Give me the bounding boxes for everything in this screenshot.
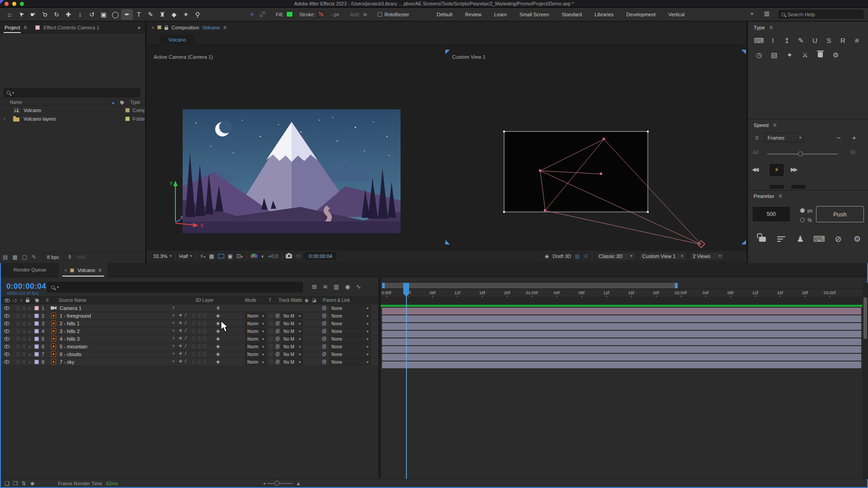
effects-icon[interactable]: ✳ — [179, 336, 182, 341]
search-help-field[interactable]: Search Help — [778, 10, 863, 19]
fill-swatch[interactable] — [286, 11, 293, 17]
tab-project[interactable]: Project — [5, 25, 20, 30]
speed-next-button[interactable]: ▶▶ — [791, 166, 796, 173]
close-tab-icon[interactable]: × — [64, 267, 67, 273]
label-chip[interactable] — [34, 329, 39, 333]
label-chip[interactable] — [34, 337, 39, 341]
zoom-in-mountain-icon[interactable]: ▲ — [296, 480, 301, 487]
twirl-arrow-icon[interactable]: › — [29, 344, 31, 349]
type-panel-menu-icon[interactable]: ≡ — [769, 24, 773, 31]
audio-cell[interactable] — [16, 344, 20, 349]
preserve-transparency-cell[interactable] — [269, 313, 274, 319]
parent-select[interactable]: None▾ — [329, 336, 371, 342]
parent-pickwhip-icon[interactable]: @ — [322, 352, 326, 357]
preserve-transparency-cell[interactable] — [269, 351, 274, 357]
exposure-value[interactable]: +0.0 — [268, 253, 278, 259]
exposure-icon[interactable]: ◐ — [261, 253, 264, 259]
switch-cell[interactable] — [203, 351, 207, 357]
blend-mode-select[interactable]: Norm▾ — [245, 336, 266, 342]
layer-track-bar[interactable] — [382, 338, 861, 345]
work-area-bar[interactable] — [382, 283, 678, 288]
type-panel-icon[interactable]: ⌨ — [752, 36, 766, 46]
type-panel-icon[interactable]: I — [766, 35, 780, 45]
audio-cell[interactable] — [16, 305, 20, 311]
video-column-icon[interactable] — [5, 299, 10, 302]
layer-row[interactable]: › 7 A 6 - clouds ♆ ✳ / ◈ ⋔ Norm▾ @ — [1, 351, 378, 358]
layer-name[interactable]: 5 - mountain — [60, 344, 87, 349]
timeline-toolbar-icon[interactable]: ▥ — [334, 283, 339, 290]
twirl-arrow-icon[interactable]: › — [29, 359, 31, 365]
pencil-icon[interactable]: ✎ — [32, 254, 36, 260]
resolution-select[interactable]: Half▾ — [179, 253, 192, 259]
label-chip[interactable] — [125, 108, 130, 113]
collapse-icon[interactable]: ♆ — [172, 313, 175, 318]
timeline-toolbar-icon[interactable]: ◉ — [345, 283, 350, 290]
solo-cell[interactable] — [22, 313, 26, 319]
inout-pane-icon[interactable]: ⇅ — [22, 480, 26, 487]
track-matte-select[interactable]: No M▾ — [281, 313, 303, 319]
speed-slider-knob[interactable] — [798, 151, 803, 156]
effects-icon[interactable]: ✳ — [179, 359, 182, 364]
viewer-tab-volcano[interactable]: Volcano — [160, 35, 195, 44]
twirl-arrow-icon[interactable]: › — [29, 352, 31, 357]
pen-tool[interactable]: ✒ — [121, 9, 133, 20]
region-of-interest-icon[interactable] — [218, 254, 224, 258]
roto-brush-tool[interactable]: ✶ — [180, 9, 192, 20]
parent-pickwhip-icon[interactable]: @ — [322, 313, 326, 318]
effects-icon[interactable]: ✳ — [179, 343, 182, 348]
solo-cell[interactable] — [22, 336, 26, 342]
twirl-arrow-icon[interactable]: › — [29, 321, 31, 326]
renderer-select[interactable]: Classic 3D▾ — [596, 252, 636, 260]
eye-icon[interactable] — [4, 360, 9, 364]
new-folder-icon[interactable]: ▦ — [12, 254, 17, 260]
luma-matte-icon[interactable]: ◪ — [312, 298, 316, 303]
eye-icon[interactable] — [4, 345, 9, 348]
speed-panel-menu-icon[interactable]: ≡ — [773, 122, 777, 128]
close-tab-icon[interactable]: × — [151, 25, 154, 30]
percent-radio[interactable] — [800, 218, 805, 222]
workspace-item[interactable]: Vertical — [662, 12, 691, 17]
parent-select[interactable]: None▾ — [329, 313, 371, 319]
column-number[interactable]: # — [46, 298, 49, 303]
grid-guides-icon[interactable]: ⊡▾ — [236, 253, 243, 259]
solo-column-icon[interactable]: ○ — [20, 298, 23, 303]
interpret-footage-icon[interactable]: ▤ — [3, 254, 8, 260]
pearelax-amount-input[interactable]: 500 — [753, 207, 790, 221]
preserve-transparency-cell[interactable] — [269, 336, 274, 342]
timeline-search-field[interactable]: ▾ — [47, 282, 303, 292]
track-matte-pickwhip-icon[interactable]: @ — [275, 344, 280, 349]
audio-cell[interactable] — [16, 313, 20, 319]
eye-icon[interactable] — [4, 337, 9, 341]
column-t[interactable]: T — [269, 298, 271, 303]
collapse-icon[interactable]: ♆ — [172, 343, 175, 348]
fast-preview-icon[interactable]: ⚡▾ — [200, 253, 205, 259]
track-matte-pickwhip-icon[interactable]: @ — [275, 313, 280, 318]
layer-track-bar[interactable] — [382, 361, 861, 368]
solo-cell[interactable] — [22, 305, 26, 311]
quality-icon[interactable]: / — [185, 313, 186, 318]
alpha-matte-icon[interactable]: ◉ — [305, 298, 309, 303]
knife-icon[interactable]: ⚔ — [798, 50, 812, 60]
switch-cell[interactable] — [192, 359, 196, 365]
work-area-end-handle[interactable] — [675, 283, 678, 288]
switch-cell[interactable] — [197, 351, 201, 357]
snapshot-icon[interactable] — [286, 254, 292, 258]
timeline-toolbar-icon[interactable]: ∿ — [356, 283, 361, 290]
channel-icon[interactable] — [250, 253, 258, 259]
twirl-arrow-icon[interactable]: › — [29, 328, 31, 334]
transparency-grid-icon[interactable]: ▦ — [209, 253, 214, 259]
3d-layer-cube-icon[interactable]: ◈ — [216, 328, 220, 334]
scrollbar-thumb[interactable] — [863, 297, 867, 339]
switch-cell[interactable] — [192, 328, 196, 334]
layer-name[interactable]: 6 - clouds — [60, 352, 81, 357]
work-area-start-handle[interactable] — [382, 283, 385, 288]
audio-cell[interactable] — [16, 328, 20, 334]
parent-select[interactable]: None▾ — [329, 328, 371, 334]
audio-column-icon[interactable]: ◁ — [13, 298, 16, 303]
collapse-icon[interactable]: ♆ — [172, 320, 175, 325]
timeline-zoom-knob[interactable] — [274, 481, 279, 486]
track-matte-pickwhip-icon[interactable]: @ — [275, 352, 280, 357]
quality-icon[interactable]: / — [185, 320, 186, 325]
layer-row[interactable]: › 3 A 2 - hills 1 ♆ ✳ / ◈ ⋔ Norm▾ @ — [1, 320, 378, 328]
column-source-name[interactable]: Source Name — [59, 298, 86, 303]
